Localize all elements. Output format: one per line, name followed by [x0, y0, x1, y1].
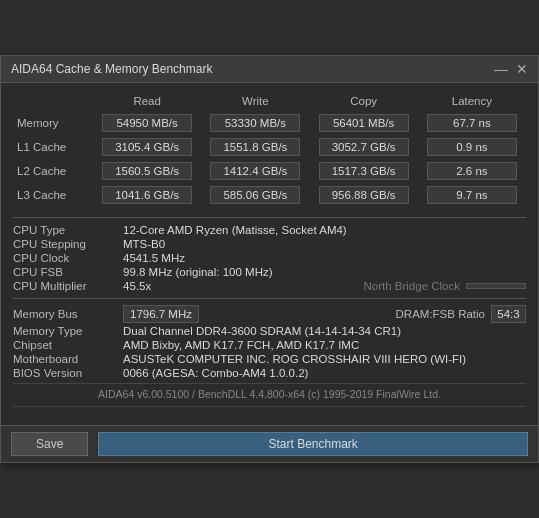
cpu-clock-label: CPU Clock — [13, 252, 123, 264]
cpu-clock-row: CPU Clock 4541.5 MHz — [13, 252, 526, 264]
cpu-stepping-row: CPU Stepping MTS-B0 — [13, 238, 526, 250]
main-window: AIDA64 Cache & Memory Benchmark — ✕ Read… — [0, 55, 539, 463]
mem-bus-label: Memory Bus — [13, 308, 123, 320]
save-button[interactable]: Save — [11, 432, 88, 456]
bench-read-1: 3105.4 GB/s — [93, 135, 201, 159]
nb-clock-value — [466, 283, 526, 289]
benchmark-table: Read Write Copy Latency Memory 54950 MB/… — [13, 93, 526, 207]
cpu-type-value: 12-Core AMD Ryzen (Matisse, Socket AM4) — [123, 224, 347, 236]
bench-read-3: 1041.6 GB/s — [93, 183, 201, 207]
bench-row-l1-cache: L1 Cache 3105.4 GB/s 1551.8 GB/s 3052.7 … — [13, 135, 526, 159]
start-benchmark-button[interactable]: Start Benchmark — [98, 432, 528, 456]
cpu-type-row: CPU Type 12-Core AMD Ryzen (Matisse, Soc… — [13, 224, 526, 236]
bench-row-l2-cache: L2 Cache 1560.5 GB/s 1412.4 GB/s 1517.3 … — [13, 159, 526, 183]
bios-value: 0066 (AGESA: Combo-AM4 1.0.0.2) — [123, 367, 308, 379]
bench-label-0: Memory — [13, 111, 93, 135]
cpu-multiplier-row: CPU Multiplier 45.5x North Bridge Clock — [13, 280, 526, 292]
bench-write-1: 1551.8 GB/s — [201, 135, 309, 159]
chipset-value: AMD Bixby, AMD K17.7 FCH, AMD K17.7 IMC — [123, 339, 359, 351]
bench-copy-2: 1517.3 GB/s — [310, 159, 418, 183]
bench-write-0: 53330 MB/s — [201, 111, 309, 135]
bios-row: BIOS Version 0066 (AGESA: Combo-AM4 1.0.… — [13, 367, 526, 379]
cpu-fsb-value: 99.8 MHz (original: 100 MHz) — [123, 266, 273, 278]
chipset-label: Chipset — [13, 339, 123, 351]
mem-info-block: Memory Bus 1796.7 MHz DRAM:FSB Ratio 54:… — [13, 305, 526, 379]
motherboard-value: ASUSTeK COMPUTER INC. ROG CROSSHAIR VIII… — [123, 353, 466, 365]
divider-2 — [13, 298, 526, 299]
col-write-header: Write — [201, 93, 309, 111]
nb-clock-label: North Bridge Clock — [151, 280, 466, 292]
bench-latency-1: 0.9 ns — [418, 135, 526, 159]
bench-label-3: L3 Cache — [13, 183, 93, 207]
bottom-bar: Save Start Benchmark — [1, 425, 538, 462]
content-area: Read Write Copy Latency Memory 54950 MB/… — [1, 83, 538, 425]
bios-label: BIOS Version — [13, 367, 123, 379]
cpu-fsb-row: CPU FSB 99.8 MHz (original: 100 MHz) — [13, 266, 526, 278]
motherboard-row: Motherboard ASUSTeK COMPUTER INC. ROG CR… — [13, 353, 526, 365]
bench-copy-3: 956.88 GB/s — [310, 183, 418, 207]
bench-copy-0: 56401 MB/s — [310, 111, 418, 135]
bench-latency-2: 2.6 ns — [418, 159, 526, 183]
close-button[interactable]: ✕ — [516, 62, 528, 76]
chipset-row: Chipset AMD Bixby, AMD K17.7 FCH, AMD K1… — [13, 339, 526, 351]
col-read-header: Read — [93, 93, 201, 111]
col-label-header — [13, 93, 93, 111]
col-latency-header: Latency — [418, 93, 526, 111]
bench-write-3: 585.06 GB/s — [201, 183, 309, 207]
cpu-clock-value: 4541.5 MHz — [123, 252, 185, 264]
footer-text: AIDA64 v6.00.5100 / BenchDLL 4.4.800-x64… — [13, 383, 526, 407]
minimize-button[interactable]: — — [494, 62, 508, 76]
mem-type-value: Dual Channel DDR4-3600 SDRAM (14-14-14-3… — [123, 325, 401, 337]
cpu-multiplier-value: 45.5x — [123, 280, 151, 292]
bench-row-l3-cache: L3 Cache 1041.6 GB/s 585.06 GB/s 956.88 … — [13, 183, 526, 207]
bench-latency-0: 67.7 ns — [418, 111, 526, 135]
bench-copy-1: 3052.7 GB/s — [310, 135, 418, 159]
mem-type-label: Memory Type — [13, 325, 123, 337]
bench-read-2: 1560.5 GB/s — [93, 159, 201, 183]
cpu-multiplier-label: CPU Multiplier — [13, 280, 123, 292]
cpu-fsb-label: CPU FSB — [13, 266, 123, 278]
col-copy-header: Copy — [310, 93, 418, 111]
bench-label-2: L2 Cache — [13, 159, 93, 183]
window-title: AIDA64 Cache & Memory Benchmark — [11, 62, 212, 76]
cpu-stepping-label: CPU Stepping — [13, 238, 123, 250]
divider-1 — [13, 217, 526, 218]
mem-bus-row: Memory Bus 1796.7 MHz DRAM:FSB Ratio 54:… — [13, 305, 526, 323]
dram-fsb-value: 54:3 — [491, 305, 526, 323]
dram-fsb-label: DRAM:FSB Ratio — [199, 308, 491, 320]
bench-label-1: L1 Cache — [13, 135, 93, 159]
title-bar: AIDA64 Cache & Memory Benchmark — ✕ — [1, 56, 538, 83]
bench-read-0: 54950 MB/s — [93, 111, 201, 135]
bench-latency-3: 9.7 ns — [418, 183, 526, 207]
motherboard-label: Motherboard — [13, 353, 123, 365]
window-controls: — ✕ — [494, 62, 528, 76]
bench-write-2: 1412.4 GB/s — [201, 159, 309, 183]
cpu-stepping-value: MTS-B0 — [123, 238, 165, 250]
mem-type-row: Memory Type Dual Channel DDR4-3600 SDRAM… — [13, 325, 526, 337]
mem-bus-value: 1796.7 MHz — [123, 305, 199, 323]
cpu-type-label: CPU Type — [13, 224, 123, 236]
bench-row-memory: Memory 54950 MB/s 53330 MB/s 56401 MB/s … — [13, 111, 526, 135]
cpu-info-block: CPU Type 12-Core AMD Ryzen (Matisse, Soc… — [13, 224, 526, 292]
